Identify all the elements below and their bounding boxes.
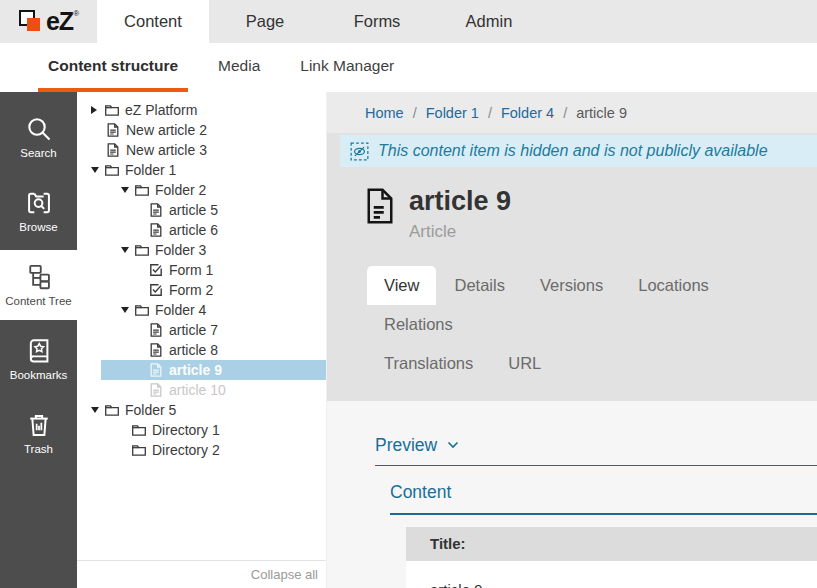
tree-item-form-2[interactable]: Form 2	[77, 280, 326, 300]
content-section-label: Content	[390, 482, 451, 502]
folder-icon	[134, 302, 150, 318]
browse-icon	[25, 189, 53, 217]
bookmarks-icon	[25, 337, 53, 365]
caret-down-icon[interactable]	[91, 167, 104, 173]
sidebar-item-trash[interactable]: Trash	[0, 398, 77, 468]
folder-icon	[104, 102, 120, 118]
tab-url[interactable]: URL	[491, 344, 558, 383]
tree-item-label: New article 3	[126, 142, 207, 158]
tab-view[interactable]: View	[367, 266, 436, 305]
view-tab-body: Preview Content Title: article 9	[327, 401, 817, 588]
tree-item-folder-1[interactable]: Folder 1	[77, 160, 326, 180]
tree-item-article-9[interactable]: article 9	[77, 360, 326, 380]
top-tab-forms[interactable]: Forms	[321, 0, 433, 43]
hidden-content-notice: This content item is hidden and is not p…	[340, 135, 817, 167]
breadcrumb-separator: /	[488, 105, 492, 121]
caret-right-icon[interactable]	[91, 106, 104, 114]
app-window: eZ® ContentPageFormsAdmin Content struct…	[0, 0, 817, 588]
breadcrumb-separator: /	[413, 105, 417, 121]
tree-item-label: Folder 1	[125, 162, 176, 178]
tree-item-new-article-2[interactable]: New article 2	[77, 120, 326, 140]
preview-section-label: Preview	[375, 435, 437, 456]
tree-item-label: Folder 2	[155, 182, 206, 198]
tree-item-label: eZ Platform	[125, 102, 197, 118]
tab-locations[interactable]: Locations	[621, 266, 726, 305]
tab-details[interactable]: Details	[437, 266, 521, 305]
folder-icon	[104, 402, 120, 418]
icon-sidebar: SearchBrowseContent TreeBookmarksTrash	[0, 92, 77, 588]
tab-versions[interactable]: Versions	[523, 266, 620, 305]
breadcrumb-link-folder-1[interactable]: Folder 1	[426, 105, 479, 121]
field-label: Title:	[406, 527, 817, 561]
folder-icon	[134, 182, 150, 198]
sidebar-item-search[interactable]: Search	[0, 102, 77, 172]
main-content: Home/Folder 1/Folder 4/article 9 This co…	[327, 92, 817, 588]
tree-item-ez-platform[interactable]: eZ Platform	[77, 100, 326, 120]
caret-down-icon[interactable]	[121, 187, 134, 193]
tree-item-form-1[interactable]: Form 1	[77, 260, 326, 280]
sidebar-item-bookmarks[interactable]: Bookmarks	[0, 324, 77, 394]
content-header: Home/Folder 1/Folder 4/article 9 This co…	[327, 92, 817, 401]
tree-item-new-article-3[interactable]: New article 3	[77, 140, 326, 160]
top-tab-admin[interactable]: Admin	[433, 0, 545, 43]
content-tabs-row-1: ViewDetailsVersionsLocationsRelations	[327, 266, 817, 344]
tree-item-label: Form 1	[169, 262, 213, 278]
directory-icon	[131, 422, 147, 438]
sub-tab-media[interactable]: Media	[208, 43, 270, 88]
article-icon	[148, 362, 164, 378]
field-value: article 9	[406, 561, 817, 588]
sub-tab-content-structure[interactable]: Content structure	[38, 43, 188, 92]
tree-item-label: Folder 3	[155, 242, 206, 258]
tree-item-folder-4[interactable]: Folder 4	[77, 300, 326, 320]
chevron-down-icon	[446, 438, 460, 452]
top-bar: eZ® ContentPageFormsAdmin	[0, 0, 817, 43]
hidden-eye-icon	[350, 142, 369, 161]
tab-relations[interactable]: Relations	[367, 305, 470, 344]
tree-item-directory-2[interactable]: Directory 2	[77, 440, 326, 460]
tree-item-label: New article 2	[126, 122, 207, 138]
tree-item-article-10[interactable]: article 10	[77, 380, 326, 400]
folder-icon	[134, 242, 150, 258]
tab-translations[interactable]: Translations	[367, 344, 490, 383]
top-tab-page[interactable]: Page	[209, 0, 321, 43]
sidebar-item-content-tree[interactable]: Content Tree	[0, 250, 77, 320]
tree-item-folder-2[interactable]: Folder 2	[77, 180, 326, 200]
article-icon	[148, 342, 164, 358]
sub-nav: Content structureMediaLink Manager	[0, 43, 817, 92]
breadcrumb: Home/Folder 1/Folder 4/article 9	[327, 92, 817, 133]
tree-item-folder-3[interactable]: Folder 3	[77, 240, 326, 260]
preview-section-toggle[interactable]: Preview	[375, 435, 817, 466]
top-tab-content[interactable]: Content	[97, 0, 209, 43]
caret-down-icon[interactable]	[121, 307, 134, 313]
top-nav: ContentPageFormsAdmin	[97, 0, 545, 43]
tree-item-label: article 7	[169, 322, 218, 338]
article-document-icon	[365, 187, 395, 225]
tree-item-article-8[interactable]: article 8	[77, 340, 326, 360]
breadcrumb-link-folder-4[interactable]: Folder 4	[501, 105, 554, 121]
sidebar-item-label: Search	[20, 147, 56, 159]
article-icon	[148, 322, 164, 338]
breadcrumb-link-home[interactable]: Home	[365, 105, 404, 121]
collapse-all-button[interactable]: Collapse all	[251, 567, 318, 582]
ez-logo[interactable]: eZ®	[0, 0, 97, 43]
tree-item-label: Directory 2	[152, 442, 220, 458]
tree-item-folder-5[interactable]: Folder 5	[77, 400, 326, 420]
content-section-header: Content	[390, 482, 817, 515]
tree-item-article-5[interactable]: article 5	[77, 200, 326, 220]
directory-icon	[131, 442, 147, 458]
tree-item-article-7[interactable]: article 7	[77, 320, 326, 340]
form-icon	[148, 282, 164, 298]
caret-down-icon[interactable]	[121, 247, 134, 253]
tree-item-directory-1[interactable]: Directory 1	[77, 420, 326, 440]
tree-item-article-6[interactable]: article 6	[77, 220, 326, 240]
content-tree-icon	[25, 263, 53, 291]
tree-item-label: article 5	[169, 202, 218, 218]
folder-icon	[104, 162, 120, 178]
caret-down-icon[interactable]	[91, 407, 104, 413]
sub-tab-link-manager[interactable]: Link Manager	[290, 43, 404, 88]
tree-item-label: article 9	[169, 362, 222, 378]
content-type-label: Article	[409, 222, 511, 242]
sidebar-item-label: Bookmarks	[10, 369, 68, 381]
sidebar-item-browse[interactable]: Browse	[0, 176, 77, 246]
tree-item-label: Folder 5	[125, 402, 176, 418]
